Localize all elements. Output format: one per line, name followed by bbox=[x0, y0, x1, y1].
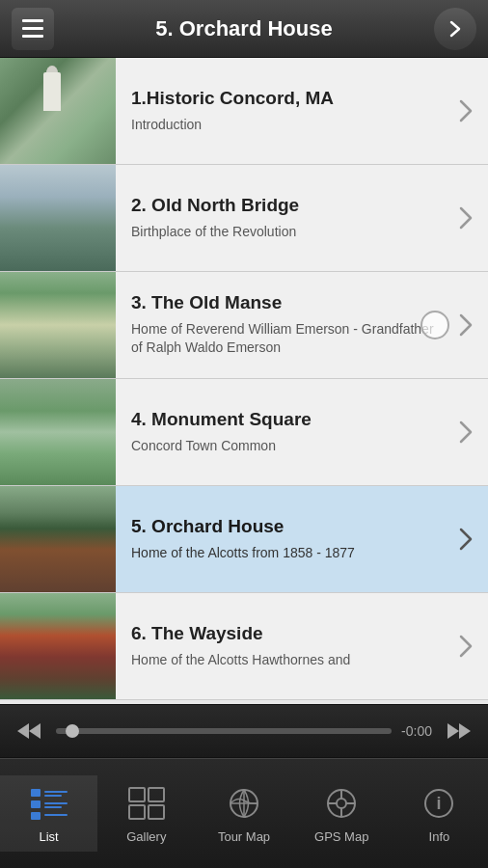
list-item-6[interactable]: 6. The Wayside Home of the Alcotts Hawth… bbox=[0, 593, 488, 700]
menu-button[interactable] bbox=[12, 8, 54, 50]
chevron-right-icon bbox=[457, 526, 474, 553]
forward-button[interactable] bbox=[442, 714, 476, 748]
svg-rect-15 bbox=[149, 805, 164, 819]
svg-rect-8 bbox=[44, 802, 68, 804]
list-item-subtitle-2: Birthplace of the Revolution bbox=[131, 223, 436, 242]
nav-item-gallery[interactable]: Gallery bbox=[97, 775, 195, 852]
list-item-subtitle-1: Introduction bbox=[131, 116, 436, 135]
gallery-nav-icon bbox=[126, 783, 167, 824]
svg-text:i: i bbox=[437, 794, 442, 813]
header: 5. Orchard House bbox=[0, 0, 488, 58]
svg-rect-12 bbox=[129, 788, 145, 801]
svg-marker-2 bbox=[447, 723, 459, 739]
list-item-subtitle-3: Home of Reverend William Emerson - Grand… bbox=[131, 320, 436, 358]
tour-map-nav-icon bbox=[224, 783, 264, 824]
nav-label-gallery: Gallery bbox=[126, 829, 166, 844]
menu-icon-line bbox=[22, 27, 43, 30]
select-circle-3[interactable] bbox=[420, 311, 449, 339]
svg-point-20 bbox=[337, 799, 346, 808]
chevron-4 bbox=[451, 413, 480, 451]
nav-label-info: Info bbox=[429, 829, 450, 844]
chevron-right-icon bbox=[457, 633, 474, 660]
nav-item-gps-map[interactable]: GPS Map bbox=[293, 775, 391, 852]
chevron-3 bbox=[451, 306, 480, 344]
nav-item-info[interactable]: i Info bbox=[391, 775, 488, 852]
svg-rect-7 bbox=[31, 800, 41, 808]
menu-icon-line bbox=[22, 35, 43, 38]
thumb-1 bbox=[0, 58, 116, 164]
list-item-title-5: 5. Orchard House bbox=[131, 516, 436, 538]
nav-label-gps-map: GPS Map bbox=[314, 829, 368, 844]
location-list: 1.Historic Concord, MA Introduction 2. O… bbox=[0, 58, 488, 704]
nav-label-tour-map: Tour Map bbox=[218, 829, 270, 844]
list-item-content-2: 2. Old North Bridge Birthplace of the Re… bbox=[116, 165, 451, 271]
list-item-subtitle-5: Home of the Alcotts from 1858 - 1877 bbox=[131, 544, 436, 563]
page-title: 5. Orchard House bbox=[54, 16, 434, 41]
svg-marker-1 bbox=[17, 723, 29, 739]
gps-map-nav-icon bbox=[321, 783, 362, 824]
chevron-1 bbox=[451, 92, 480, 130]
list-item-3[interactable]: 3. The Old Manse Home of Reverend Willia… bbox=[0, 272, 488, 379]
list-item-content-6: 6. The Wayside Home of the Alcotts Hawth… bbox=[116, 593, 451, 699]
next-button[interactable] bbox=[434, 8, 476, 50]
nav-label-list: List bbox=[39, 829, 58, 844]
progress-bar[interactable] bbox=[56, 728, 392, 734]
chevron-right-icon bbox=[457, 312, 474, 339]
thumb-5 bbox=[0, 486, 116, 592]
list-item-title-4: 4. Monument Square bbox=[131, 409, 436, 431]
list-item-subtitle-6: Home of the Alcotts Hawthornes and bbox=[131, 651, 436, 670]
svg-rect-5 bbox=[44, 791, 68, 793]
bottom-navigation: List Gallery Tour Map bbox=[0, 758, 488, 868]
list-item-4[interactable]: 4. Monument Square Concord Town Common bbox=[0, 379, 488, 486]
list-item-1[interactable]: 1.Historic Concord, MA Introduction bbox=[0, 58, 488, 165]
chevron-right-icon bbox=[457, 97, 474, 124]
chevron-right-icon bbox=[446, 19, 465, 39]
list-item-content-5: 5. Orchard House Home of the Alcotts fro… bbox=[116, 486, 451, 592]
svg-rect-4 bbox=[31, 789, 41, 797]
list-item-title-1: 1.Historic Concord, MA bbox=[131, 88, 436, 110]
nav-item-tour-map[interactable]: Tour Map bbox=[195, 775, 292, 852]
list-nav-icon bbox=[29, 783, 69, 824]
time-remaining: -0:00 bbox=[401, 723, 432, 739]
rewind-button[interactable] bbox=[12, 714, 46, 748]
svg-rect-9 bbox=[44, 806, 62, 808]
svg-marker-0 bbox=[29, 723, 41, 739]
list-item-title-3: 3. The Old Manse bbox=[131, 292, 436, 314]
menu-icon-line bbox=[22, 19, 43, 22]
svg-rect-13 bbox=[149, 788, 164, 801]
info-nav-icon: i bbox=[419, 783, 459, 824]
list-item-2[interactable]: 2. Old North Bridge Birthplace of the Re… bbox=[0, 165, 488, 272]
list-item-content-4: 4. Monument Square Concord Town Common bbox=[116, 379, 451, 485]
list-item-content-3: 3. The Old Manse Home of Reverend Willia… bbox=[116, 272, 451, 378]
rewind-icon bbox=[15, 721, 42, 741]
svg-rect-6 bbox=[44, 795, 62, 797]
chevron-right-icon bbox=[457, 419, 474, 446]
list-item-subtitle-4: Concord Town Common bbox=[131, 437, 436, 456]
svg-rect-14 bbox=[129, 805, 145, 819]
forward-icon bbox=[446, 721, 473, 741]
list-item-title-6: 6. The Wayside bbox=[131, 623, 436, 645]
list-item-5[interactable]: 5. Orchard House Home of the Alcotts fro… bbox=[0, 486, 488, 593]
chevron-6 bbox=[451, 627, 480, 665]
thumb-3 bbox=[0, 272, 116, 378]
list-item-content-1: 1.Historic Concord, MA Introduction bbox=[116, 58, 451, 164]
nav-item-list[interactable]: List bbox=[0, 775, 97, 852]
thumb-4 bbox=[0, 379, 116, 485]
chevron-right-icon bbox=[457, 204, 474, 231]
chevron-2 bbox=[451, 199, 480, 237]
chevron-5 bbox=[451, 520, 480, 558]
svg-rect-10 bbox=[31, 812, 41, 820]
list-item-title-2: 2. Old North Bridge bbox=[131, 195, 436, 217]
svg-marker-3 bbox=[459, 723, 471, 739]
svg-rect-11 bbox=[44, 814, 68, 816]
thumb-2 bbox=[0, 165, 116, 271]
audio-player-bar: -0:00 bbox=[0, 704, 488, 758]
thumb-6 bbox=[0, 593, 116, 699]
progress-thumb bbox=[66, 724, 79, 738]
